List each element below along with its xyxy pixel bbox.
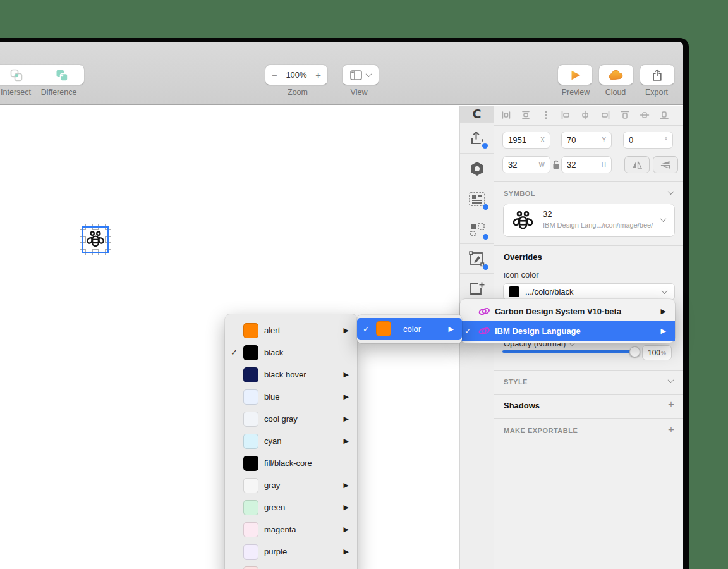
menu-item-label: black — [264, 348, 283, 357]
menu-item-cyan[interactable]: cyan▶ — [225, 430, 357, 452]
add-shadow-button[interactable]: + — [668, 398, 674, 411]
layout-panel-icon — [350, 70, 362, 80]
flip-horizontal-button[interactable] — [624, 156, 650, 173]
align-left-icon[interactable] — [561, 110, 571, 122]
vector-edit-plugin-button[interactable] — [460, 245, 494, 274]
menu-item-label: cyan — [264, 436, 281, 446]
icon-color-dropdown[interactable]: .../color/black — [503, 283, 675, 300]
color-swatch — [243, 500, 258, 515]
x-position-field[interactable]: 1951 X — [502, 132, 550, 149]
library-link-icon — [478, 307, 491, 316]
menu-item-ibm-design-language[interactable]: ✓ IBM Design Language▶ — [460, 321, 675, 341]
upload-plugin-button[interactable] — [460, 123, 494, 154]
menu-item-magenta[interactable]: magenta▶ — [225, 518, 357, 541]
rotation-field[interactable]: 0 ° — [623, 132, 673, 149]
opacity-slider[interactable] — [502, 350, 636, 353]
align-top-icon[interactable] — [620, 110, 630, 122]
zoom-in-button[interactable]: + — [315, 70, 321, 80]
nut-plugin-button[interactable] — [460, 154, 494, 183]
color-swatch — [243, 456, 258, 471]
checkmark-icon: ✓ — [464, 326, 475, 336]
boolean-segmented-control — [0, 65, 84, 85]
more-options-icon[interactable] — [541, 110, 551, 122]
carbon-plugin-tab[interactable]: C — [460, 106, 494, 123]
view-label: View — [327, 88, 391, 98]
width-value: 32 — [508, 160, 517, 169]
menu-item-label: alert — [264, 326, 280, 335]
plugin-badge — [482, 143, 488, 149]
menu-item-gray[interactable]: gray▶ — [225, 474, 357, 496]
export-label: Export — [625, 88, 688, 98]
view-button[interactable] — [343, 65, 379, 85]
flip-vertical-button[interactable] — [653, 156, 678, 173]
add-symbol-icon — [468, 281, 485, 297]
menu-item-red[interactable]: red▶ — [225, 563, 357, 569]
cloud-button[interactable] — [599, 65, 633, 85]
opacity-value-field[interactable]: 100% — [642, 345, 672, 360]
rotation-value: 0 — [629, 135, 633, 145]
flip-horizontal-icon — [632, 161, 642, 169]
align-center-horizontal-icon[interactable] — [580, 110, 590, 122]
menu-item-fill-black-core[interactable]: fill/black-core — [225, 452, 357, 474]
align-right-icon[interactable] — [600, 110, 610, 122]
width-unit: W — [539, 161, 545, 168]
boolean-intersect-icon — [9, 68, 23, 82]
component-plugin-button[interactable] — [460, 184, 494, 214]
menu-item-black-hover[interactable]: black hover▶ — [225, 364, 357, 386]
menu-item-label: color — [403, 324, 421, 334]
opacity-value: 100 — [648, 348, 660, 357]
menu-item-color[interactable]: ✓color▶ — [357, 318, 462, 340]
preview-button[interactable] — [558, 65, 592, 85]
checkmark-icon: ✓ — [363, 324, 373, 334]
opacity-slider-thumb[interactable] — [629, 346, 640, 357]
black-swatch — [509, 286, 519, 297]
selected-layer-bee[interactable] — [80, 224, 111, 255]
color-swatch — [243, 412, 258, 427]
chevron-down-icon — [662, 288, 668, 294]
rotation-unit: ° — [665, 137, 667, 144]
library-menu: Carbon Design System V10-beta▶✓ IBM Desi… — [460, 299, 675, 343]
menu-item-blue[interactable]: blue▶ — [225, 386, 357, 408]
flip-vertical-icon — [660, 161, 670, 169]
intersect-button[interactable] — [0, 65, 39, 85]
swap-symbols-plugin-button[interactable] — [460, 215, 494, 244]
add-export-button[interactable]: + — [668, 424, 674, 436]
symbol-selector[interactable]: 32 IBM Design Lang.../icon/image/bee/ — [503, 204, 675, 237]
carbon-logo-icon: C — [473, 107, 482, 121]
difference-button[interactable] — [39, 65, 84, 85]
plugin-badge — [483, 204, 488, 210]
menu-item-cool-gray[interactable]: cool gray▶ — [225, 408, 357, 430]
menu-item-alert[interactable]: alert▶ — [225, 319, 357, 341]
menu-item-green[interactable]: green▶ — [225, 496, 357, 518]
icon-color-value: .../color/black — [525, 287, 574, 297]
plugin-badge — [483, 234, 488, 240]
width-field[interactable]: 32 W — [502, 156, 550, 173]
menu-item-black[interactable]: ✓black — [225, 341, 357, 364]
menu-item-carbon-design-system-v10-beta[interactable]: Carbon Design System V10-beta▶ — [460, 302, 675, 321]
distribute-vertical-icon[interactable] — [521, 110, 531, 122]
menu-item-purple[interactable]: purple▶ — [225, 541, 357, 563]
lock-proportions-icon[interactable] — [552, 160, 560, 169]
export-button[interactable] — [640, 65, 674, 85]
zoom-label: Zoom — [266, 88, 329, 98]
color-swatch — [243, 434, 258, 449]
distribute-horizontal-icon[interactable] — [501, 110, 511, 122]
submenu-arrow-icon: ▶ — [344, 481, 349, 489]
chevron-down-icon[interactable] — [668, 188, 674, 195]
height-field[interactable]: 32 H — [561, 156, 612, 173]
menu-item-label: cool gray — [264, 414, 298, 424]
align-bottom-icon[interactable] — [659, 110, 669, 122]
zoom-out-button[interactable]: − — [272, 70, 277, 80]
color-swatch — [243, 323, 258, 338]
height-unit: H — [602, 161, 606, 168]
cloud-icon — [608, 69, 624, 82]
toolbar: Intersect Difference − 100% + Zoom View — [0, 42, 683, 105]
checkmark-icon: ✓ — [231, 348, 241, 357]
align-middle-vertical-icon[interactable] — [640, 110, 650, 122]
y-position-field[interactable]: 70 Y — [561, 132, 612, 149]
color-group-menu: ✓color▶ — [357, 315, 462, 343]
desktop: Intersect Difference − 100% + Zoom View — [0, 0, 728, 569]
boolean-difference-icon — [55, 68, 69, 82]
chevron-down-icon[interactable] — [668, 377, 674, 383]
symbol-preview-bee — [511, 209, 535, 233]
